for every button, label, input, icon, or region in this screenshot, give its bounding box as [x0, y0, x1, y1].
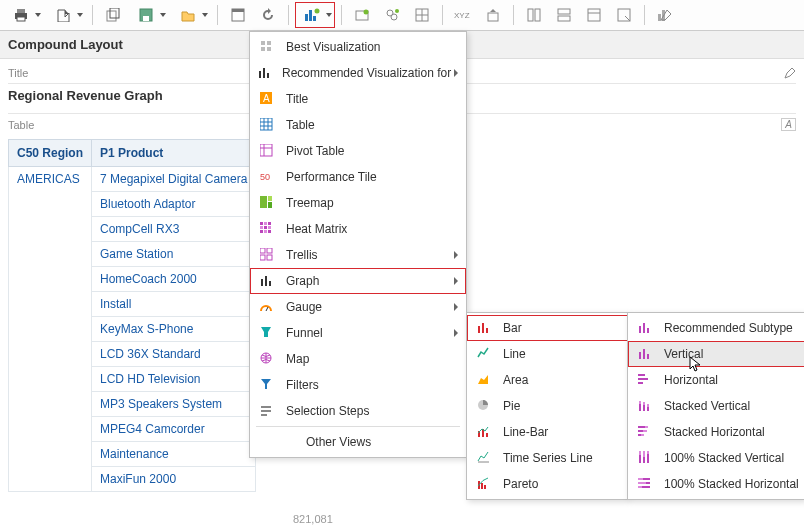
- product-cell[interactable]: Game Station: [92, 242, 256, 267]
- preview-button[interactable]: [224, 2, 252, 28]
- tb-upload-button[interactable]: [479, 2, 507, 28]
- menu-item-stacked-horizontal[interactable]: Stacked Horizontal: [628, 419, 804, 445]
- menu-item-label: Filters: [286, 378, 319, 392]
- col-region[interactable]: C50 Region: [9, 140, 92, 167]
- title-edit-icon[interactable]: [784, 67, 796, 79]
- export-button[interactable]: [46, 2, 86, 28]
- tb-xyz-button[interactable]: XYZ: [449, 2, 477, 28]
- menu-item-label: Pie: [503, 399, 520, 413]
- menu-item-horizontal[interactable]: Horizontal: [628, 367, 804, 393]
- menu-item-best-visualization[interactable]: Best Visualization: [250, 34, 466, 60]
- product-cell[interactable]: Bluetooth Adaptor: [92, 192, 256, 217]
- menu-item-title[interactable]: ATitle: [250, 86, 466, 112]
- tb-layout-3[interactable]: [580, 2, 608, 28]
- product-cell[interactable]: MPEG4 Camcorder: [92, 417, 256, 442]
- product-cell[interactable]: CompCell RX3: [92, 217, 256, 242]
- menu-item-label: Area: [503, 373, 528, 387]
- svg-rect-72: [481, 483, 483, 489]
- 100-stacked-horizontal-icon: [636, 477, 654, 491]
- menu-item-performance-tile[interactable]: 50Performance Tile: [250, 164, 466, 190]
- menu-item-recommended-visualization-for[interactable]: Recommended Visualization for: [250, 60, 466, 86]
- copy-button[interactable]: [99, 2, 127, 28]
- menu-item-table[interactable]: Table: [250, 112, 466, 138]
- new-view-button[interactable]: [295, 2, 335, 28]
- svg-rect-83: [639, 404, 641, 411]
- menu-item-heat-matrix[interactable]: Heat Matrix: [250, 216, 466, 242]
- tb-icon-1[interactable]: [348, 2, 376, 28]
- menu-item-100-stacked-vertical[interactable]: 100% Stacked Vertical: [628, 445, 804, 471]
- tb-layout-4[interactable]: [610, 2, 638, 28]
- svg-rect-104: [638, 482, 646, 484]
- product-cell[interactable]: LCD 36X Standard: [92, 342, 256, 367]
- pie-icon: [475, 399, 493, 413]
- menu-item-funnel[interactable]: Funnel: [250, 320, 466, 346]
- menu-item-label: Other Views: [306, 435, 371, 449]
- svg-rect-87: [647, 407, 649, 411]
- svg-rect-65: [482, 323, 484, 333]
- bar-submenu: Recommended SubtypeVerticalHorizontalSta…: [627, 312, 804, 500]
- menu-item-trellis[interactable]: Trellis: [250, 242, 466, 268]
- menu-item-other-views[interactable]: Other Views: [250, 429, 478, 455]
- funnel-icon: [258, 326, 276, 340]
- folder-button[interactable]: [171, 2, 211, 28]
- graph-icon: [258, 274, 276, 288]
- svg-rect-34: [263, 68, 265, 78]
- menu-item-gauge[interactable]: Gauge: [250, 294, 466, 320]
- svg-text:A: A: [263, 93, 270, 104]
- svg-rect-2: [17, 17, 25, 21]
- tb-layout-1[interactable]: [520, 2, 548, 28]
- tb-icon-2[interactable]: [378, 2, 406, 28]
- title-icon: A: [258, 92, 276, 106]
- print-button[interactable]: [4, 2, 44, 28]
- svg-text:XYZ: XYZ: [454, 11, 470, 20]
- menu-item-100-stacked-horizontal[interactable]: 100% Stacked Horizontal: [628, 471, 804, 497]
- svg-rect-4: [110, 8, 119, 18]
- svg-rect-35: [267, 73, 269, 78]
- svg-rect-50: [260, 230, 263, 233]
- refresh-button[interactable]: [254, 2, 282, 28]
- product-cell[interactable]: MaxiFun 2000: [92, 467, 256, 492]
- menu-item-filters[interactable]: Filters: [250, 372, 466, 398]
- svg-rect-42: [268, 196, 272, 201]
- menu-item-label: Stacked Vertical: [664, 399, 750, 413]
- product-cell[interactable]: LCD HD Television: [92, 367, 256, 392]
- stacked-horizontal-icon: [636, 425, 654, 439]
- selection-steps-icon: [258, 404, 276, 418]
- tb-layout-2[interactable]: [550, 2, 578, 28]
- menu-item-selection-steps[interactable]: Selection Steps: [250, 398, 466, 424]
- menu-item-label: Line-Bar: [503, 425, 548, 439]
- svg-rect-63: [261, 414, 267, 416]
- product-cell[interactable]: 7 Megapixel Digital Camera: [92, 167, 256, 192]
- col-product[interactable]: P1 Product: [92, 140, 256, 167]
- tb-icon-3[interactable]: [408, 2, 436, 28]
- product-cell[interactable]: Maintenance: [92, 442, 256, 467]
- menu-item-vertical[interactable]: Vertical: [628, 341, 804, 367]
- menu-item-recommended-subtype[interactable]: Recommended Subtype: [628, 315, 804, 341]
- svg-rect-74: [639, 326, 641, 333]
- product-cell[interactable]: Install: [92, 292, 256, 317]
- menu-item-pivot-table[interactable]: Pivot Table: [250, 138, 466, 164]
- menu-item-treemap[interactable]: Treemap: [250, 190, 466, 216]
- region-cell[interactable]: AMERICAS: [9, 167, 92, 492]
- menu-item-label: Best Visualization: [286, 40, 381, 54]
- product-cell[interactable]: HomeCoach 2000: [92, 267, 256, 292]
- menu-item-label: Performance Tile: [286, 170, 377, 184]
- menu-item-map[interactable]: Map: [250, 346, 466, 372]
- svg-rect-24: [558, 16, 570, 21]
- svg-rect-92: [643, 430, 647, 432]
- svg-rect-48: [264, 226, 267, 229]
- menu-item-stacked-vertical[interactable]: Stacked Vertical: [628, 393, 804, 419]
- table-font-icon[interactable]: A: [781, 118, 796, 131]
- svg-rect-76: [647, 328, 649, 333]
- 100-stacked-vertical-icon: [636, 451, 654, 465]
- product-cell[interactable]: KeyMax S-Phone: [92, 317, 256, 342]
- product-cell[interactable]: MP3 Speakers System: [92, 392, 256, 417]
- svg-rect-38: [260, 118, 272, 130]
- menu-item-label: Trellis: [286, 248, 318, 262]
- performance-tile-icon: 50: [258, 170, 276, 184]
- menu-item-label: Selection Steps: [286, 404, 369, 418]
- tb-chart-edit[interactable]: [651, 2, 679, 28]
- menu-item-graph[interactable]: Graph: [250, 268, 466, 294]
- stacked-vertical-icon: [636, 399, 654, 413]
- save-button[interactable]: [129, 2, 169, 28]
